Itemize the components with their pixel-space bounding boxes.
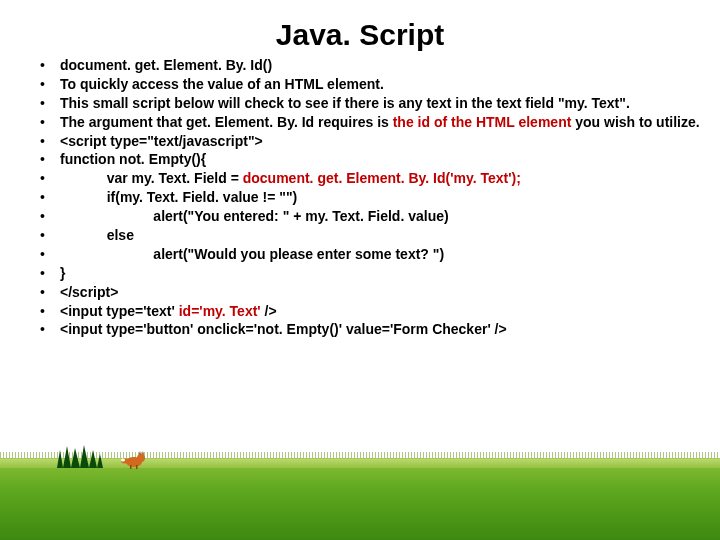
bullet-text: } — [60, 264, 700, 283]
bullet-marker: • — [40, 188, 60, 207]
bullet-marker: • — [40, 132, 60, 151]
bullet-marker: • — [40, 320, 60, 339]
bullet-text: This small script below will check to se… — [60, 94, 700, 113]
slide-title: Java. Script — [0, 0, 720, 56]
svg-marker-4 — [89, 450, 97, 468]
bullet-text: else — [60, 226, 700, 245]
bullet-text: </script> — [60, 283, 700, 302]
bullet-marker: • — [40, 302, 60, 321]
bullet-item: •This small script below will check to s… — [40, 94, 700, 113]
svg-marker-3 — [80, 445, 89, 468]
bullet-item: •To quickly access the value of an HTML … — [40, 75, 700, 94]
bullet-item: • var my. Text. Field = document. get. E… — [40, 169, 700, 188]
bullet-item: •function not. Empty(){ — [40, 150, 700, 169]
bullet-marker: • — [40, 75, 60, 94]
svg-marker-0 — [57, 450, 63, 468]
bullet-item: • alert("You entered: " + my. Text. Fiel… — [40, 207, 700, 226]
bullet-marker: • — [40, 169, 60, 188]
bullet-marker: • — [40, 56, 60, 75]
bullet-text: <script type="text/javascript"> — [60, 132, 700, 151]
bullet-item: •<input type='button' onclick='not. Empt… — [40, 320, 700, 339]
bullet-item: •The argument that get. Element. By. Id … — [40, 113, 700, 132]
bullet-item: • else — [40, 226, 700, 245]
bullet-marker: • — [40, 94, 60, 113]
svg-marker-5 — [97, 454, 103, 468]
svg-point-7 — [137, 454, 145, 462]
bullet-item: • alert("Would you please enter some tex… — [40, 245, 700, 264]
bullet-item: •</script> — [40, 283, 700, 302]
bullet-text: var my. Text. Field = document. get. Ele… — [60, 169, 700, 188]
bullet-marker: • — [40, 207, 60, 226]
svg-marker-1 — [63, 446, 71, 468]
bullet-marker: • — [40, 264, 60, 283]
bullet-text: if(my. Text. Field. value != "") — [60, 188, 700, 207]
bullet-text: The argument that get. Element. By. Id r… — [60, 113, 700, 132]
fox-icon — [120, 448, 148, 470]
svg-rect-13 — [136, 465, 138, 469]
bullet-item: • if(my. Text. Field. value != "") — [40, 188, 700, 207]
bullet-item: •} — [40, 264, 700, 283]
bullet-marker: • — [40, 245, 60, 264]
bullet-item: •<script type="text/javascript"> — [40, 132, 700, 151]
trees-icon — [55, 440, 105, 470]
bullet-text: alert("You entered: " + my. Text. Field.… — [60, 207, 700, 226]
bullet-marker: • — [40, 226, 60, 245]
bullet-list: •document. get. Element. By. Id()•To qui… — [0, 56, 720, 339]
svg-marker-2 — [71, 448, 80, 468]
bullet-text: <input type='text' id='my. Text' /> — [60, 302, 700, 321]
bullet-marker: • — [40, 283, 60, 302]
bullet-marker: • — [40, 113, 60, 132]
bullet-text: To quickly access the value of an HTML e… — [60, 75, 700, 94]
bullet-marker: • — [40, 150, 60, 169]
svg-point-11 — [121, 459, 125, 462]
bullet-text: alert("Would you please enter some text?… — [60, 245, 700, 264]
grass-decoration — [0, 445, 720, 540]
bullet-text: <input type='button' onclick='not. Empty… — [60, 320, 700, 339]
bullet-item: •<input type='text' id='my. Text' /> — [40, 302, 700, 321]
bullet-text: document. get. Element. By. Id() — [60, 56, 700, 75]
svg-rect-12 — [130, 465, 132, 469]
bullet-item: •document. get. Element. By. Id() — [40, 56, 700, 75]
bullet-text: function not. Empty(){ — [60, 150, 700, 169]
